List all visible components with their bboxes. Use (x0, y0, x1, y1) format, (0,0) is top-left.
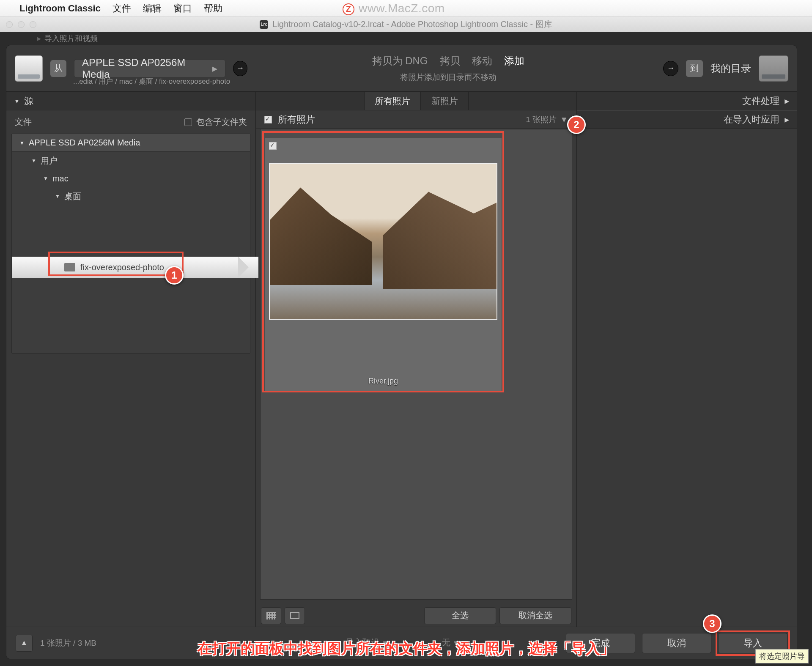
app-body: 导入照片和视频 从 APPLE SSD AP0256M Media▸ → ...… (0, 32, 812, 666)
footer-info: 1 张照片 / 3 MB (40, 638, 96, 649)
mode-move[interactable]: 移动 (472, 54, 492, 68)
breadcrumb: ...edia / 用户 / mac / 桌面 / fix-overexpose… (73, 77, 230, 86)
deselect-all-button[interactable]: 取消全选 (499, 607, 571, 624)
loupe-view-button[interactable] (285, 607, 305, 624)
loupe-icon (290, 612, 299, 619)
from-badge: 从 (50, 60, 66, 77)
files-bar: 文件 包含子文件夹 (6, 110, 255, 134)
grid-toolbar: 全选 取消全选 (256, 604, 576, 627)
thumbnail-grid[interactable]: River.jpg (260, 129, 572, 600)
menu-help[interactable]: 帮助 (204, 2, 222, 15)
tree-root[interactable]: ▼APPLE SSD AP0256M Media (12, 134, 250, 152)
traffic-lights[interactable] (6, 21, 36, 28)
annotation-marker-1: 1 (165, 266, 184, 285)
include-subfolders-checkbox[interactable] (184, 118, 192, 126)
tooltip: 将选定照片导 (755, 649, 809, 663)
menu-app[interactable]: Lightroom Classic (19, 3, 101, 14)
mode-copy[interactable]: 拷贝 (440, 54, 460, 68)
annotation-marker-3: 3 (703, 614, 721, 633)
photo-count: 1 张照片 (526, 114, 557, 125)
menu-window[interactable]: 窗口 (173, 2, 192, 15)
dialog-body: ▼源 文件 包含子文件夹 ▼APPLE SSD AP0256M Media ▼用… (6, 92, 797, 627)
tree-node[interactable]: ▼桌面 (12, 187, 250, 205)
mode-copy-dng[interactable]: 拷贝为 DNG (372, 54, 428, 68)
drive-icon (15, 55, 43, 82)
module-strip[interactable]: 导入照片和视频 (3, 32, 809, 45)
menu-file[interactable]: 文件 (112, 2, 131, 15)
dest-label: 我的目录 (710, 62, 751, 75)
select-all-button[interactable]: 全选 (424, 607, 496, 624)
dialog-header: 从 APPLE SSD AP0256M Media▸ → ...edia / 用… (6, 45, 797, 92)
include-subfolders-label: 包含子文件夹 (196, 116, 247, 128)
file-handling-panel[interactable]: 文件处理◀ (577, 92, 797, 110)
mode-add[interactable]: 添加 (504, 54, 524, 68)
annotation-rect-2 (262, 131, 504, 392)
grid-icon (266, 612, 276, 619)
annotation-marker-2: 2 (567, 115, 586, 134)
subbar: 所有照片 1 张照片▼ 2 (256, 110, 576, 129)
watermark: Zwww.MacZ.com (343, 2, 445, 15)
apply-during-import-panel[interactable]: 在导入时应用◀ (577, 110, 797, 129)
to-badge: 到 (686, 60, 703, 77)
subbar-title: 所有照片 (278, 113, 315, 126)
check-all-checkbox[interactable] (264, 116, 272, 123)
mode-subtitle: 将照片添加到目录而不移动 (400, 72, 497, 83)
tab-new-photos[interactable]: 新照片 (421, 92, 469, 110)
arrow-right-icon-2[interactable]: → (663, 61, 678, 76)
drive-icon-dest (759, 55, 788, 82)
center-panel: 所有照片 新照片 所有照片 1 张照片▼ 2 River.jpg (256, 92, 577, 627)
right-panel: 文件处理◀ 在导入时应用◀ (577, 92, 797, 627)
sort-caret-icon[interactable]: ▼ (560, 115, 568, 124)
menu-edit[interactable]: 编辑 (143, 2, 162, 15)
left-panel: ▼源 文件 包含子文件夹 ▼APPLE SSD AP0256M Media ▼用… (6, 92, 256, 627)
arrow-right-icon[interactable]: → (233, 61, 247, 76)
annotation-rect-1 (48, 252, 184, 276)
tab-all-photos[interactable]: 所有照片 (364, 92, 421, 110)
cancel-button[interactable]: 取消 (642, 633, 711, 653)
files-label: 文件 (15, 116, 32, 128)
header-dest: → 到 我的目录 (640, 45, 797, 91)
window-title-text: Lightroom Catalog-v10-2.lrcat - Adobe Ph… (272, 19, 552, 30)
import-dialog: 从 APPLE SSD AP0256M Media▸ → ...edia / 用… (6, 45, 797, 659)
app-icon: Lrc (260, 20, 268, 29)
tree-node[interactable]: ▼mac (12, 170, 250, 187)
source-panel-header[interactable]: ▼源 (6, 92, 255, 110)
grid-view-button[interactable] (261, 607, 281, 624)
window-titlebar: Lrc Lightroom Catalog-v10-2.lrcat - Adob… (0, 17, 812, 32)
annotation-caption: 在打开的面板中找到图片所在的文件夹，添加照片，选择「导入」 (198, 639, 614, 658)
header-mode: 拷贝为 DNG 拷贝 移动 添加 将照片添加到目录而不移动 (256, 45, 640, 91)
source-select[interactable]: APPLE SSD AP0256M Media▸ (74, 59, 225, 78)
photo-tabs: 所有照片 新照片 (256, 92, 576, 110)
collapse-button[interactable]: ▲ (16, 635, 33, 652)
tree-node[interactable]: ▼用户 (12, 152, 250, 170)
folder-tree[interactable]: ▼APPLE SSD AP0256M Media ▼用户 ▼mac ▼桌面 fi… (11, 134, 250, 354)
